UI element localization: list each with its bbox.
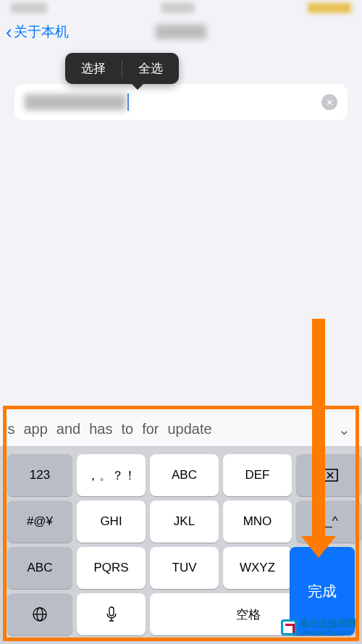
key-emoji[interactable]: ^_^ [296,501,361,543]
key-123[interactable]: 123 [7,454,72,496]
key-symbols[interactable]: #@¥ [7,501,72,543]
suggestion-item[interactable]: is [4,421,14,438]
nav-bar: ‹ 关于本机 [0,16,362,48]
microphone-icon [105,606,118,623]
key-pqrs[interactable]: PQRS [77,547,146,589]
suggestion-item[interactable]: update [167,421,211,438]
collapse-suggestions-chevron-icon[interactable]: ⌄ [331,421,358,438]
watermark: 泰尔达游戏网 www.tairda.com [281,619,356,637]
suggestion-divider [321,420,322,439]
key-mode-abc[interactable]: ABC [7,547,72,589]
suggestion-item[interactable]: to [121,421,133,438]
watermark-url: www.tairda.com [300,629,356,637]
popup-arrow-icon [131,83,144,90]
svg-rect-3 [109,607,114,616]
key-mic[interactable] [77,593,146,635]
key-wxyz[interactable]: WXYZ [223,547,292,589]
key-abc[interactable]: ABC [150,454,219,496]
suggestion-item[interactable]: for [142,421,159,438]
key-punct[interactable]: ，。？！ [77,454,146,496]
key-backspace[interactable] [296,454,361,496]
nav-title-blur [156,25,206,39]
backspace-icon [319,468,339,482]
key-ghi[interactable]: GHI [77,501,146,543]
watermark-logo-icon [281,619,297,635]
back-title[interactable]: 关于本机 [14,22,69,41]
input-text-blur [25,94,126,110]
key-row-1-2: 123 ，。？！ ABC DEF #@¥ GHI JKL MNO ^_^ [0,447,362,547]
status-bar [0,0,362,16]
text-selection-popup: 选择 全选 [65,53,179,84]
key-def[interactable]: DEF [223,454,292,496]
suggestion-item[interactable]: app [23,421,47,438]
key-mno[interactable]: MNO [223,501,292,543]
popup-select[interactable]: 选择 [65,53,122,84]
clear-input-button[interactable]: ✕ [321,94,337,110]
suggestion-bar: is app and has to for update ⌄ [0,412,362,447]
back-chevron-icon[interactable]: ‹ [6,21,12,43]
watermark-name: 泰尔达游戏网 [300,619,356,629]
clear-x-icon: ✕ [326,98,334,107]
status-right-blur [308,3,351,13]
key-row-3: ABC PQRS TUV WXYZ 完成 [0,547,362,593]
key-jkl[interactable]: JKL [150,501,219,543]
suggestion-item[interactable]: and [56,421,80,438]
key-globe[interactable] [7,593,72,635]
suggestion-item[interactable]: has [89,421,112,438]
key-tuv[interactable]: TUV [150,547,219,589]
keyboard: is app and has to for update ⌄ 123 ，。？！ … [0,412,362,644]
popup-select-all[interactable]: 全选 [122,53,179,84]
text-cursor [127,93,129,111]
status-left-blur [11,3,47,13]
globe-icon [31,606,49,623]
status-center-blur [161,3,194,13]
name-input-container[interactable]: ✕ [14,84,348,120]
